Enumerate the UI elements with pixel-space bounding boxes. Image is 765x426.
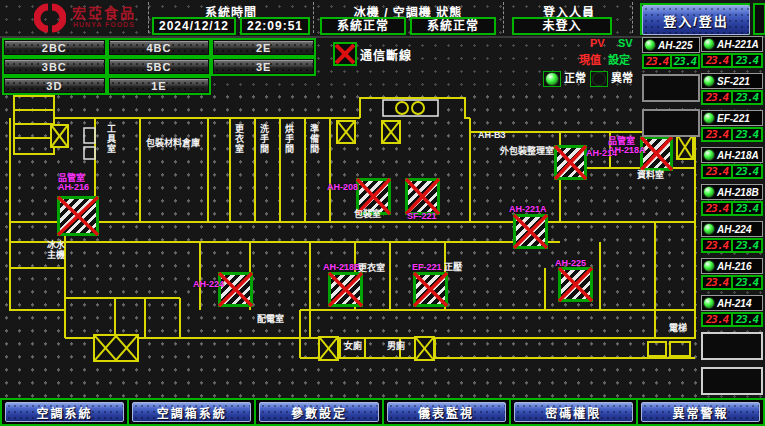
nav-button-異常警報[interactable]: 異常警報: [641, 402, 760, 422]
unit-pv-value: 23.4: [702, 54, 732, 67]
red-x-icon: [555, 146, 586, 179]
unit-status-led-icon: [703, 260, 715, 272]
fan-unit-icon: [383, 100, 438, 116]
unit-status-led-icon: [703, 75, 715, 87]
nav-segment: 參數設定: [254, 398, 383, 426]
logo-icon: [34, 3, 66, 37]
room-label: 包裝材料倉庫: [146, 138, 200, 148]
pv-sub-label: 現值: [579, 51, 601, 67]
unit-name: EF-221: [717, 113, 750, 124]
comm-loss-label: 通信斷線: [360, 46, 412, 63]
unit-pv-value: 23.4: [702, 165, 732, 178]
room-label: 配電室: [257, 314, 284, 324]
bottom-nav-bar: 空調系統 空調箱系統 參數設定 儀表監視 密碼權限 異常警報: [0, 398, 765, 426]
floor-button-cell: 2BC: [2, 38, 107, 57]
unit-sv-value: 23.4: [732, 202, 762, 215]
comm-loss-x-icon: [333, 42, 357, 66]
nav-segment: 異常警報: [636, 398, 765, 426]
door-x-icon: [320, 338, 337, 359]
normal-legend-label: 正常: [564, 72, 586, 84]
unit-block-ah-224[interactable]: AH-224 23.4 23.4: [701, 221, 763, 253]
nav-button-空調箱系統[interactable]: 空調箱系統: [132, 402, 251, 422]
floor-button-cell: 3BC: [2, 57, 107, 76]
unit-sv-value: 23.4: [732, 276, 762, 289]
ahu-disconnected-icon[interactable]: [513, 214, 548, 249]
floor-button-3bc[interactable]: 3BC: [5, 60, 104, 73]
abnormal-legend: 異常: [590, 69, 633, 87]
ahu-disconnected-icon[interactable]: [554, 145, 587, 180]
unit-block-ah-221a[interactable]: AH-221A 23.4 23.4: [701, 36, 763, 68]
ahu-disconnected-icon[interactable]: [57, 196, 99, 236]
unit-status-led-icon: [644, 39, 656, 51]
stair-door-icon: [318, 336, 339, 361]
chiller-status-field: 系統正常: [320, 17, 406, 35]
nav-button-空調系統[interactable]: 空調系統: [5, 402, 124, 422]
nav-button-密碼權限[interactable]: 密碼權限: [514, 402, 633, 422]
unit-sv-value: 23.4: [732, 165, 762, 178]
login-logout-button[interactable]: 登入/登出: [642, 5, 750, 35]
floor-button-5bc[interactable]: 5BC: [110, 60, 209, 73]
floor-button-3e[interactable]: 3E: [214, 60, 313, 73]
nav-segment: 空調箱系統: [127, 398, 256, 426]
ahu-unit-label: AH-224: [193, 280, 224, 289]
stair-door-icon: [50, 124, 69, 148]
unit-block-sf-221[interactable]: SF-221 23.4 23.4: [701, 73, 763, 105]
red-x-icon: [559, 268, 592, 301]
nav-button-儀表監視[interactable]: 儀表監視: [387, 402, 506, 422]
unit-status-led-icon: [703, 38, 715, 50]
unit-pv-value: 23.4: [702, 128, 732, 141]
hmi-screen: 宏亞食品 HUNYA FOODS 系統時間 2024/12/12 22:09:5…: [0, 0, 765, 426]
unit-name: AH-216: [717, 261, 751, 272]
logo-text: 宏亞食品: [72, 6, 136, 20]
ahu-disconnected-icon[interactable]: [413, 272, 448, 307]
unit-pv-value: 23.4: [702, 239, 732, 252]
header-separator: [313, 2, 314, 33]
stair-door-icon: [336, 120, 356, 144]
ahu-disconnected-icon[interactable]: [405, 178, 440, 215]
ahu-status-field: 系統正常: [410, 17, 496, 35]
floor-button-2e[interactable]: 2E: [214, 41, 313, 54]
floor-button-grid: 2BC 4BC 2E 3BC 5BC 3E 3D 1E: [2, 38, 316, 95]
unit-block-ah-225[interactable]: AH-225 23.4 23.4: [642, 37, 700, 69]
room-label: 烘手間: [284, 124, 294, 154]
room-label: 冰水 主機: [47, 240, 65, 260]
header-separator: [503, 2, 504, 33]
floor-button-2bc[interactable]: 2BC: [5, 41, 104, 54]
nav-segment: 密碼權限: [509, 398, 638, 426]
unit-status-led-icon: [703, 149, 715, 161]
unit-block-ah-218a[interactable]: AH-218A 23.4 23.4: [701, 147, 763, 179]
ahu-disconnected-icon[interactable]: [558, 267, 593, 302]
ahu-disconnected-icon[interactable]: [218, 272, 253, 307]
floor-button-cell: 4BC: [107, 38, 212, 57]
unit-block-ah-216[interactable]: AH-216 23.4 23.4: [701, 258, 763, 290]
sv-sub-label: 設定: [608, 51, 630, 67]
time-field: 22:09:51: [240, 17, 310, 35]
unit-name: AH-221A: [717, 39, 759, 50]
room-label: 包裝室: [354, 209, 381, 219]
room-label: 外包裝整理室: [500, 146, 554, 156]
unit-sv-value: 23.4: [671, 55, 699, 68]
edge-button-fragment[interactable]: [753, 3, 765, 35]
unit-column-right: AH-221A 23.4 23.4 SF-221 23.4 23.4 EF-22…: [701, 36, 763, 402]
unit-block-ah-218b[interactable]: AH-218B 23.4 23.4: [701, 184, 763, 216]
nav-button-參數設定[interactable]: 參數設定: [259, 402, 378, 422]
ahu-unit-label: AH-218B: [323, 263, 361, 272]
ahu-unit-label: AH-208: [327, 183, 358, 192]
room-label: 資料室: [637, 170, 664, 180]
ahu-disconnected-icon[interactable]: [328, 272, 363, 307]
red-x-icon: [406, 179, 439, 214]
floor-button-4bc[interactable]: 4BC: [110, 41, 209, 54]
unit-status-led-icon: [703, 297, 715, 309]
room-label: 電梯: [669, 323, 687, 333]
sv-label: SV: [618, 37, 633, 49]
unit-block-ef-221[interactable]: EF-221 23.4 23.4: [701, 110, 763, 142]
login-status-field: 未登入: [512, 17, 612, 35]
unit-block-ah-214[interactable]: AH-214 23.4 23.4: [701, 295, 763, 327]
door-x-icon: [383, 122, 399, 142]
door-x-icon: [95, 336, 116, 360]
unit-name: AH-224: [717, 224, 751, 235]
unit-sv-value: 23.4: [732, 54, 762, 67]
unit-column-left: AH-225 23.4 23.4: [642, 37, 700, 144]
nav-segment: 空調系統: [0, 398, 129, 426]
empty-unit-slot: [701, 332, 763, 360]
